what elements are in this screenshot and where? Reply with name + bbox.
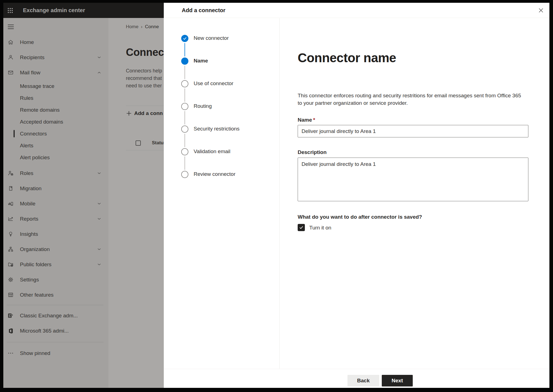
sidebar-item-home[interactable]: Home bbox=[3, 35, 108, 50]
sidebar-item-label: Microsoft 365 admi... bbox=[20, 328, 69, 334]
page-title: Connec bbox=[126, 46, 164, 58]
step-label[interactable]: Validation email bbox=[194, 148, 230, 155]
step-label[interactable]: Use of connector bbox=[194, 80, 233, 87]
ellipsis-icon bbox=[8, 350, 14, 356]
step-label[interactable]: Name bbox=[194, 58, 208, 64]
sidebar-item-rules[interactable]: Rules bbox=[3, 92, 108, 104]
step-label[interactable]: Security restrictions bbox=[194, 126, 240, 132]
page-description: Connectors help recommend that need to u… bbox=[126, 67, 162, 90]
step-indicator-upcoming[interactable] bbox=[181, 103, 188, 110]
connector-description-textarea[interactable]: Deliver journal directly to Area 1 bbox=[298, 158, 528, 201]
step-description: This connector enforces routing and secu… bbox=[298, 92, 521, 107]
person-badge-icon bbox=[8, 170, 14, 176]
step-connector-line bbox=[185, 156, 185, 170]
screenshot-frame: Exchange admin center Home Recipie bbox=[0, 0, 553, 392]
select-all-checkbox[interactable] bbox=[136, 140, 141, 146]
step-label[interactable]: New connector bbox=[194, 35, 229, 41]
document-arrow-icon bbox=[8, 185, 14, 191]
sidebar-item-label: Alerts bbox=[20, 143, 33, 149]
step-label[interactable]: Routing bbox=[194, 103, 212, 109]
sidebar-item-label: Other features bbox=[20, 292, 53, 298]
sidebar-item-label: Reports bbox=[20, 216, 38, 222]
sidebar-item-label: Mobile bbox=[20, 201, 35, 207]
description-field-label: Description bbox=[298, 149, 327, 155]
sidebar-item-label: Classic Exchange adm... bbox=[20, 313, 78, 319]
breadcrumb-home-link[interactable]: Home bbox=[126, 24, 138, 29]
sidebar-item-label: Home bbox=[20, 39, 34, 45]
sidebar-item-label: Mail flow bbox=[20, 70, 40, 76]
sidebar-item-other-features[interactable]: Other features bbox=[3, 287, 108, 302]
sidebar-item-show-pinned[interactable]: Show pinned bbox=[3, 346, 108, 361]
modal-header: Add a connector bbox=[164, 3, 549, 18]
app-header: Exchange admin center bbox=[3, 3, 164, 18]
plus-icon bbox=[126, 111, 132, 116]
step-indicator-upcoming[interactable] bbox=[181, 171, 188, 178]
step-indicator-upcoming[interactable] bbox=[181, 80, 188, 87]
sidebar-divider bbox=[7, 305, 103, 305]
chevron-down-icon bbox=[97, 262, 101, 266]
folder-globe-icon bbox=[8, 262, 14, 267]
turn-it-on-checkbox[interactable] bbox=[298, 224, 305, 231]
sidebar-item-label: Alert policies bbox=[20, 155, 50, 161]
modal-body: New connector Name Use of connector Rout… bbox=[164, 18, 549, 369]
sidebar-item-label: Settings bbox=[20, 277, 39, 283]
step-indicator-upcoming[interactable] bbox=[181, 126, 188, 133]
status-column-header[interactable]: Status bbox=[152, 140, 164, 146]
step-connector-line bbox=[185, 43, 185, 56]
person-icon bbox=[8, 54, 14, 60]
modal-title: Add a connector bbox=[182, 3, 225, 18]
org-chart-icon bbox=[8, 246, 14, 252]
sidebar-nav: Home Recipients Mail flow bbox=[3, 35, 108, 361]
connectors-page-dimmed: Home›Conne Connec Connectors help recomm… bbox=[108, 18, 164, 388]
back-button[interactable]: Back bbox=[347, 375, 379, 386]
divider bbox=[126, 106, 164, 106]
step-content: Connector name This connector enforces r… bbox=[280, 18, 549, 369]
sidebar-item-roles[interactable]: Roles bbox=[3, 166, 108, 181]
add-connector-button[interactable]: Add a conn bbox=[126, 110, 163, 116]
sidebar-item-insights[interactable]: Insights bbox=[3, 226, 108, 242]
step-indicator-current[interactable] bbox=[181, 58, 188, 65]
step-connector-line bbox=[185, 134, 185, 147]
chevron-up-icon bbox=[97, 70, 101, 75]
close-icon[interactable] bbox=[538, 7, 544, 13]
sidebar-item-alerts[interactable]: Alerts bbox=[3, 140, 108, 151]
sidebar-item-message-trace[interactable]: Message trace bbox=[3, 80, 108, 92]
step-connector-line bbox=[185, 66, 185, 79]
chevron-down-icon bbox=[97, 55, 101, 59]
sidebar-item-accepted-domains[interactable]: Accepted domains bbox=[3, 116, 108, 128]
global-nav-toggle-icon[interactable] bbox=[8, 24, 14, 29]
step-indicator-upcoming[interactable] bbox=[181, 148, 188, 155]
sidebar-item-reports[interactable]: Reports bbox=[3, 211, 108, 226]
gear-icon bbox=[8, 277, 14, 283]
app-launcher-icon[interactable] bbox=[7, 7, 14, 14]
breadcrumb: Home›Conne bbox=[126, 24, 159, 30]
step-connector-line bbox=[185, 88, 185, 102]
screen: Exchange admin center Home Recipie bbox=[3, 3, 549, 388]
sidebar-item-alert-policies[interactable]: Alert policies bbox=[3, 151, 108, 163]
sidebar-item-settings[interactable]: Settings bbox=[3, 272, 108, 287]
add-connector-modal: Add a connector New connector Name bbox=[164, 3, 549, 388]
sidebar: Home Recipients Mail flow bbox=[3, 18, 108, 388]
chevron-down-icon bbox=[97, 217, 101, 221]
required-marker: * bbox=[313, 117, 315, 123]
sidebar-item-recipients[interactable]: Recipients bbox=[3, 50, 108, 65]
mobile-stats-icon bbox=[8, 201, 14, 207]
sidebar-item-public-folders[interactable]: Public folders bbox=[3, 257, 108, 272]
next-button[interactable]: Next bbox=[382, 375, 413, 386]
sidebar-item-organization[interactable]: Organization bbox=[3, 242, 108, 257]
home-icon bbox=[8, 39, 14, 45]
sidebar-item-mobile[interactable]: Mobile bbox=[3, 196, 108, 211]
sidebar-item-classic-exchange-admin[interactable]: Classic Exchange adm... bbox=[3, 308, 108, 323]
modal-footer: Back Next bbox=[164, 369, 549, 388]
sidebar-item-microsoft-365-admin[interactable]: Microsoft 365 admi... bbox=[3, 323, 108, 338]
connector-name-input[interactable] bbox=[298, 125, 528, 137]
sidebar-item-label: Message trace bbox=[20, 83, 54, 89]
step-label[interactable]: Review connector bbox=[194, 171, 235, 177]
sidebar-item-mail-flow[interactable]: Mail flow bbox=[3, 65, 108, 80]
sidebar-item-connectors[interactable]: Connectors bbox=[3, 128, 108, 140]
step-indicator-done[interactable] bbox=[181, 35, 188, 42]
sidebar-item-label: Remote domains bbox=[20, 107, 60, 113]
sidebar-item-remote-domains[interactable]: Remote domains bbox=[3, 104, 108, 116]
sidebar-item-migration[interactable]: Migration bbox=[3, 181, 108, 196]
sidebar-item-label: Roles bbox=[20, 170, 33, 176]
